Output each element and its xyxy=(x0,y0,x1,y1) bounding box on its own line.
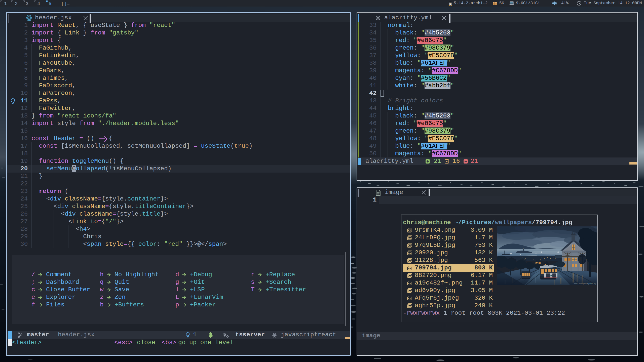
svg-text:www.DesktopBackground.org: www.DesktopBackground.org xyxy=(574,283,596,285)
